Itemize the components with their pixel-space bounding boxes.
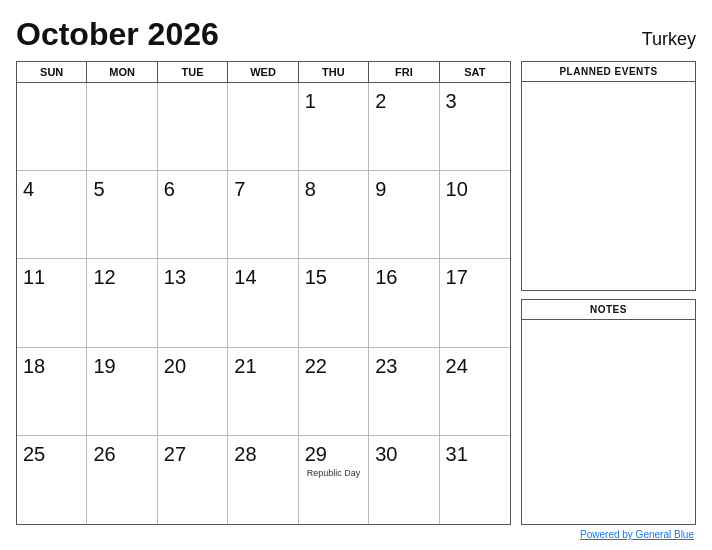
calendar-cell: 15 (299, 259, 369, 347)
calendar-section: SUNMONTUEWEDTHUFRISAT 123456789101112131… (16, 61, 511, 525)
calendar-cell: 8 (299, 171, 369, 259)
calendar-cell: 5 (87, 171, 157, 259)
calendar-cell (228, 83, 298, 171)
powered-by-link[interactable]: Powered by General Blue (580, 529, 694, 540)
day-number: 4 (23, 177, 34, 201)
day-number: 31 (446, 442, 468, 466)
day-headers: SUNMONTUEWEDTHUFRISAT (17, 62, 510, 83)
calendar-title: October 2026 (16, 16, 219, 53)
calendar-cell: 10 (440, 171, 510, 259)
day-header: SUN (17, 62, 87, 82)
day-number: 18 (23, 354, 45, 378)
day-number: 5 (93, 177, 104, 201)
calendar-cell: 31 (440, 436, 510, 524)
planned-events-title: PLANNED EVENTS (522, 62, 695, 82)
day-header: SAT (440, 62, 510, 82)
day-number: 8 (305, 177, 316, 201)
planned-events-content (522, 82, 695, 290)
footer: Powered by General Blue (16, 529, 696, 540)
calendar-grid: 1234567891011121314151617181920212223242… (17, 83, 510, 524)
calendar-cell: 1 (299, 83, 369, 171)
day-number: 2 (375, 89, 386, 113)
country-label: Turkey (642, 29, 696, 50)
notes-box: NOTES (521, 299, 696, 525)
calendar-cell: 19 (87, 348, 157, 436)
day-header: TUE (158, 62, 228, 82)
day-number: 28 (234, 442, 256, 466)
day-number: 17 (446, 265, 468, 289)
event-label: Republic Day (305, 468, 362, 479)
calendar-cell: 14 (228, 259, 298, 347)
calendar-cell: 24 (440, 348, 510, 436)
day-number: 11 (23, 265, 45, 289)
day-number: 26 (93, 442, 115, 466)
notes-title: NOTES (522, 300, 695, 320)
calendar-cell: 9 (369, 171, 439, 259)
day-number: 9 (375, 177, 386, 201)
calendar-cell: 25 (17, 436, 87, 524)
day-header: MON (87, 62, 157, 82)
day-number: 15 (305, 265, 327, 289)
day-number: 6 (164, 177, 175, 201)
calendar-cell: 17 (440, 259, 510, 347)
day-number: 13 (164, 265, 186, 289)
calendar-cell: 2 (369, 83, 439, 171)
day-number: 27 (164, 442, 186, 466)
day-number: 23 (375, 354, 397, 378)
calendar-cell: 4 (17, 171, 87, 259)
planned-events-box: PLANNED EVENTS (521, 61, 696, 291)
main-area: SUNMONTUEWEDTHUFRISAT 123456789101112131… (16, 61, 696, 525)
day-number: 19 (93, 354, 115, 378)
calendar-cell: 18 (17, 348, 87, 436)
calendar-cell: 20 (158, 348, 228, 436)
calendar-cell (158, 83, 228, 171)
calendar-cell: 28 (228, 436, 298, 524)
day-number: 30 (375, 442, 397, 466)
calendar-cell: 27 (158, 436, 228, 524)
notes-content (522, 320, 695, 524)
calendar-cell: 23 (369, 348, 439, 436)
calendar-cell: 13 (158, 259, 228, 347)
day-number: 10 (446, 177, 468, 201)
day-number: 25 (23, 442, 45, 466)
calendar-cell (87, 83, 157, 171)
calendar-cell: 21 (228, 348, 298, 436)
calendar-cell: 12 (87, 259, 157, 347)
day-number: 20 (164, 354, 186, 378)
day-number: 16 (375, 265, 397, 289)
calendar-cell: 26 (87, 436, 157, 524)
day-number: 12 (93, 265, 115, 289)
day-number: 24 (446, 354, 468, 378)
header: October 2026 Turkey (16, 16, 696, 53)
calendar-cell: 30 (369, 436, 439, 524)
day-number: 29 (305, 442, 327, 466)
calendar-cell: 16 (369, 259, 439, 347)
day-header: FRI (369, 62, 439, 82)
calendar-cell: 7 (228, 171, 298, 259)
calendar-cell: 6 (158, 171, 228, 259)
sidebar: PLANNED EVENTS NOTES (521, 61, 696, 525)
day-number: 22 (305, 354, 327, 378)
day-number: 1 (305, 89, 316, 113)
calendar-cell: 22 (299, 348, 369, 436)
day-header: WED (228, 62, 298, 82)
calendar-cell: 3 (440, 83, 510, 171)
calendar-cell (17, 83, 87, 171)
day-number: 7 (234, 177, 245, 201)
day-number: 3 (446, 89, 457, 113)
day-header: THU (299, 62, 369, 82)
day-number: 21 (234, 354, 256, 378)
calendar-cell: 11 (17, 259, 87, 347)
calendar-cell: 29Republic Day (299, 436, 369, 524)
calendar-page: October 2026 Turkey SUNMONTUEWEDTHUFRISA… (0, 0, 712, 550)
day-number: 14 (234, 265, 256, 289)
